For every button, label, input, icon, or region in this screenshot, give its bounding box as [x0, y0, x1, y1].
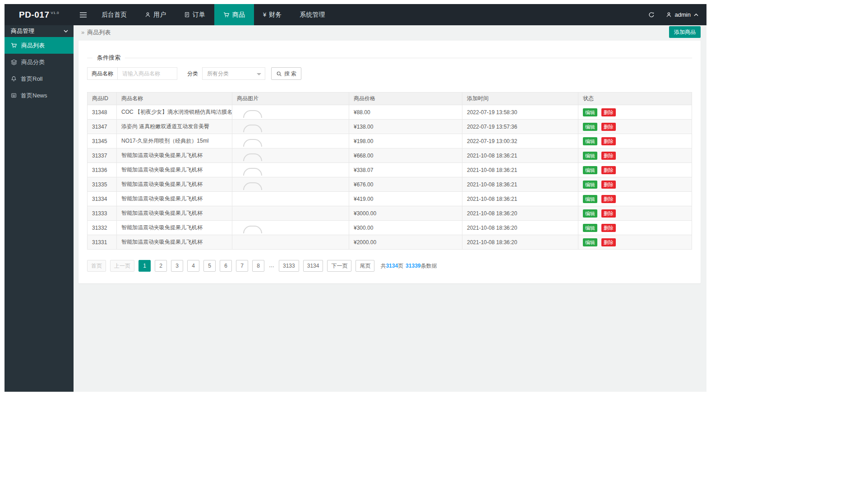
cell-product-id: 31332	[88, 221, 117, 235]
goods-table: 商品ID商品名称商品图片商品价格添加时间状态 31348COC 【初夜少女】滴水…	[87, 92, 692, 250]
cell-product-price: ¥668.00	[349, 148, 462, 163]
nav-item-home[interactable]: 后台首页	[92, 4, 136, 25]
page-1-button[interactable]: 1	[139, 260, 151, 272]
search-icon	[276, 71, 282, 77]
category-label: 分类	[187, 70, 198, 78]
category-select[interactable]: 所有分类	[202, 67, 265, 80]
page-ellipsis: …	[268, 260, 275, 272]
cell-product-name: 智能加温震动夹吸免提果儿飞机杯	[117, 177, 232, 192]
add-product-button[interactable]: 添加商品	[669, 26, 701, 38]
caret-down-icon	[257, 73, 261, 78]
sidebar-item-label: 商品分类	[21, 58, 45, 66]
first-page-button[interactable]: 首页	[87, 260, 106, 272]
user-menu[interactable]: admin	[661, 4, 706, 25]
total-pages: 3134	[386, 263, 398, 269]
summary-count-unit: 条数据	[420, 263, 437, 269]
column-header-product-image: 商品图片	[232, 93, 349, 105]
nav-item-label: 商品	[232, 11, 245, 19]
cell-add-time: 2021-10-08 18:36:21	[462, 148, 578, 163]
nav-item-label: 后台首页	[102, 11, 127, 19]
edit-button[interactable]: 编辑	[583, 195, 597, 203]
cell-product-price: ¥2000.00	[349, 235, 462, 250]
edit-button[interactable]: 编辑	[583, 166, 597, 174]
delete-button[interactable]: 删除	[601, 181, 616, 189]
sidebar-item-goods-list[interactable]: 商品列表	[5, 37, 74, 54]
nav-item-goods[interactable]: 商品	[214, 4, 254, 25]
cell-product-id: 31345	[88, 134, 117, 148]
last-page-button[interactable]: 尾页	[356, 260, 374, 272]
category-select-value: 所有分类	[207, 70, 229, 77]
app-title: PD-017	[19, 10, 49, 20]
table-row: 31334智能加温震动夹吸免提果儿飞机杯¥419.002021-10-08 18…	[88, 192, 692, 206]
edit-button[interactable]: 编辑	[583, 137, 597, 145]
cell-add-time: 2021-10-08 18:36:20	[462, 235, 578, 250]
delete-button[interactable]: 删除	[601, 137, 616, 145]
table-row: 31347添姿尚 逼真粉嫩双通道互动发音美臀¥138.002022-07-19 …	[88, 120, 692, 134]
cell-product-id: 31333	[88, 206, 117, 221]
search-button[interactable]: 搜 索	[271, 67, 301, 80]
page-7-button[interactable]: 7	[236, 260, 248, 272]
product-image-placeholder	[243, 168, 262, 176]
product-image-placeholder	[243, 139, 262, 147]
page-5-button[interactable]: 5	[203, 260, 216, 272]
sidebar-item-home-roll[interactable]: 首页Roll	[5, 70, 74, 87]
delete-button[interactable]: 删除	[601, 108, 616, 116]
page-6-button[interactable]: 6	[220, 260, 232, 272]
table-body: 31348COC 【初夜少女】滴水润滑锁精仿真纯洁膜名器¥88.002022-0…	[88, 105, 692, 250]
cell-add-time: 2021-10-08 18:36:20	[462, 206, 578, 221]
delete-button[interactable]: 删除	[601, 123, 616, 131]
app-version: V1.0	[51, 11, 59, 15]
edit-button[interactable]: 编辑	[583, 108, 597, 116]
table-row: 31337智能加温震动夹吸免提果儿飞机杯¥668.002021-10-08 18…	[88, 148, 692, 163]
refresh-button[interactable]	[642, 4, 661, 25]
delete-button[interactable]: 删除	[601, 238, 616, 246]
delete-button[interactable]: 删除	[601, 152, 616, 160]
username: admin	[675, 11, 691, 18]
edit-button[interactable]: 编辑	[583, 224, 597, 232]
delete-button[interactable]: 删除	[601, 224, 616, 232]
next-page-button[interactable]: 下一页	[327, 260, 351, 272]
cell-add-time: 2022-07-19 13:00:32	[462, 134, 578, 148]
nav-item-system[interactable]: 系统管理	[291, 4, 334, 25]
page-2-button[interactable]: 2	[155, 260, 167, 272]
search-fieldset: 条件搜索	[87, 54, 692, 62]
sidebar-item-home-news[interactable]: 首页News	[5, 87, 74, 104]
cell-product-name: 智能加温震动夹吸免提果儿飞机杯	[117, 163, 232, 177]
sidebar-group-goods[interactable]: 商品管理	[5, 25, 74, 37]
nav-item-order[interactable]: 订单	[175, 4, 214, 25]
nav-item-user[interactable]: 用户	[136, 4, 175, 25]
edit-button[interactable]: 编辑	[583, 123, 597, 131]
cell-status: 编辑删除	[578, 163, 692, 177]
refresh-icon	[648, 12, 655, 18]
page-8-button[interactable]: 8	[252, 260, 264, 272]
edit-button[interactable]: 编辑	[583, 181, 597, 189]
product-image-placeholder	[243, 182, 262, 190]
cell-product-image	[232, 134, 349, 148]
product-name-input[interactable]	[117, 67, 177, 80]
table-row: 31332智能加温震动夹吸免提果儿飞机杯¥300.002021-10-08 18…	[88, 221, 692, 235]
delete-button[interactable]: 删除	[601, 195, 616, 203]
nav-item-finance[interactable]: ¥财务	[254, 4, 291, 25]
cell-product-price: ¥138.00	[349, 120, 462, 134]
sidebar-menu: 商品列表商品分类首页Roll首页News	[5, 37, 74, 104]
delete-button[interactable]: 删除	[601, 166, 616, 174]
edit-button[interactable]: 编辑	[583, 209, 597, 218]
prev-page-button[interactable]: 上一页	[110, 260, 134, 272]
column-header-product-id: 商品ID	[88, 93, 117, 105]
page-4-button[interactable]: 4	[187, 260, 199, 272]
breadcrumb: »商品列表	[81, 28, 111, 37]
page-3134-button[interactable]: 3134	[303, 260, 323, 272]
user-icon	[145, 12, 151, 18]
cell-product-price: ¥198.00	[349, 134, 462, 148]
sidebar-toggle-button[interactable]	[74, 4, 92, 25]
edit-button[interactable]: 编辑	[583, 238, 597, 246]
cell-product-image	[232, 120, 349, 134]
bell-icon	[11, 76, 17, 82]
hamburger-icon	[79, 12, 87, 18]
page-3133-button[interactable]: 3133	[279, 260, 299, 272]
page-3-button[interactable]: 3	[171, 260, 183, 272]
delete-button[interactable]: 删除	[601, 209, 616, 218]
cart-icon	[223, 12, 230, 18]
sidebar-item-goods-category[interactable]: 商品分类	[5, 54, 74, 70]
edit-button[interactable]: 编辑	[583, 152, 597, 160]
